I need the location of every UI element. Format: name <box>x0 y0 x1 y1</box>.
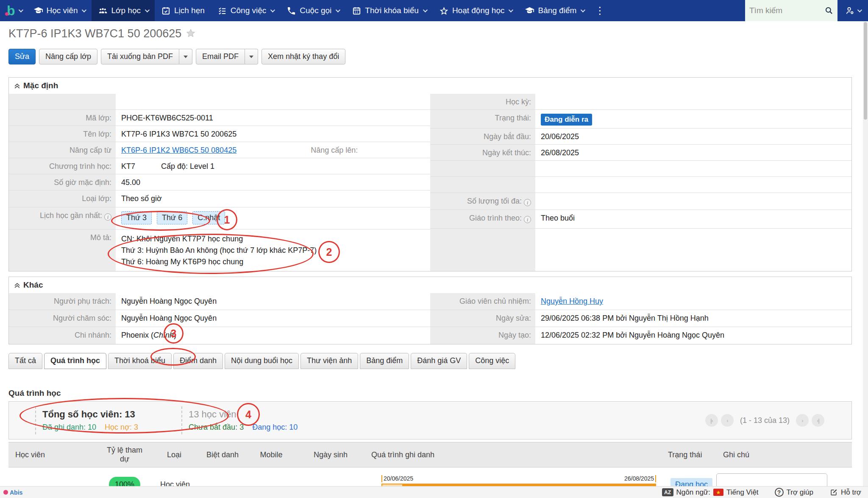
field-row-upgraded-from: Nâng cấp từ KT6P-6 IP1K2 WB6C5 50 080425… <box>9 142 430 158</box>
student-count: 13 học viên <box>189 409 334 420</box>
panel-title: Khác <box>23 280 43 290</box>
field-label: Số lượng tối đa: <box>467 197 522 205</box>
search-input[interactable] <box>749 6 817 15</box>
tab-diem-danh[interactable]: Điểm danh <box>173 353 223 369</box>
caret-down-icon <box>184 56 188 58</box>
chevron-down-icon <box>18 8 23 12</box>
abis-logo-icon <box>3 490 8 495</box>
tab-cong-viec[interactable]: Công việc <box>469 353 515 369</box>
upgrade-class-button[interactable]: Nâng cấp lớp <box>39 49 97 64</box>
last-page-button[interactable]: ›| <box>812 414 824 427</box>
col-loai: Loại <box>149 448 199 462</box>
user-account-menu[interactable] <box>837 0 868 21</box>
schedule-chip[interactable]: C.nhật <box>192 211 225 224</box>
nav-item-cong-viec[interactable]: Công việc <box>211 0 281 21</box>
level-value: Cấp độ: Level 1 <box>161 162 214 171</box>
calendar-icon <box>352 6 362 16</box>
nav-item-label: Cuộc gọi <box>300 6 331 15</box>
chevron-down-icon <box>509 8 513 12</box>
nav-spacer <box>609 0 745 21</box>
download-pdf-caret-button[interactable] <box>179 49 192 64</box>
schedule-chip[interactable]: Thứ 6 <box>157 211 187 224</box>
support-link[interactable]: Hỗ trợ <box>829 488 861 497</box>
tab-noi-dung-buoi-hoc[interactable]: Nội dung buổi học <box>225 353 299 369</box>
col-trang-thai: Trạng thái <box>661 448 716 462</box>
vertical-scrollbar[interactable] <box>863 21 868 486</box>
branch-value: Phoenix ( <box>121 331 153 339</box>
footer-bar: Abis AZ Ngôn ngữ: ★ Tiếng Việt ? Trợ giú… <box>0 486 868 498</box>
tab-danh-gia-gv[interactable]: Đánh giá GV <box>411 353 467 369</box>
brand-menu[interactable]: b <box>0 0 27 21</box>
panel-other: Khác Người phụ trách: Nguyễn Hoàng Ngọc … <box>8 277 852 344</box>
user-gear-icon <box>845 6 855 16</box>
debt-count: Học nợ: 3 <box>105 423 138 432</box>
field-value <box>535 193 851 210</box>
help-link[interactable]: ? Trợ giúp <box>775 488 813 497</box>
field-row-schedule: Lịch học gần nhất:i Thứ 3 Thứ 6 C.nhật <box>9 207 430 229</box>
field-label: Học kỳ: <box>506 98 531 106</box>
vietnam-flag-icon: ★ <box>713 489 723 496</box>
search-icon[interactable] <box>825 6 833 15</box>
email-pdf-button[interactable]: Email PDF <box>196 49 245 64</box>
col-ty-le-tham-du: Tỷ lệ tham dự <box>100 443 149 466</box>
info-icon[interactable]: i <box>524 216 531 223</box>
info-icon[interactable]: i <box>524 199 531 206</box>
nav-item-label: Thời khóa biểu <box>365 6 419 15</box>
global-search <box>745 0 837 21</box>
edit-button[interactable]: Sửa <box>8 49 36 64</box>
nav-item-thoi-khoa-bieu[interactable]: Thời khóa biểu <box>345 0 433 21</box>
field-row-default-hours: Số giờ mặc định: 45.00 <box>9 174 430 190</box>
field-label: Ngày sửa: <box>496 314 531 322</box>
scrollbar-thumb[interactable] <box>864 22 867 120</box>
download-pdf-button[interactable]: Tải xuống bản PDF <box>101 49 179 64</box>
col-hoc-vien: Học viên <box>8 448 100 462</box>
field-label: Ngày tạo: <box>498 331 531 339</box>
nav-item-hoat-dong-hoc[interactable]: Hoạt động học <box>433 0 519 21</box>
progress-end-date: 26/08/2025 <box>624 475 656 482</box>
tab-thu-vien-anh[interactable]: Thư viện ảnh <box>300 353 358 369</box>
field-label: Nâng cấp từ <box>70 146 111 154</box>
upgraded-from-link[interactable]: KT6P-6 IP1K2 WB6C5 50 080425 <box>121 146 236 154</box>
tab-tat-ca[interactable]: Tất cả <box>8 353 42 369</box>
language-label: Ngôn ngữ: <box>676 488 710 497</box>
nav-item-cuoc-goi[interactable]: Cuộc gọi <box>280 0 345 21</box>
field-value: 12/06/2025 02:32 PM bởi Nguyễn Hoàng Ngọ… <box>535 327 851 344</box>
nav-item-label: Học viên <box>47 6 78 15</box>
program-value: KT7 <box>121 162 135 171</box>
field-value: 26/08/2025 <box>535 145 851 160</box>
favorite-star-icon[interactable] <box>186 28 196 40</box>
col-ghi-chu: Ghi chú <box>716 448 852 462</box>
nav-item-lop-hoc[interactable]: Lớp học <box>92 0 155 21</box>
teacher-link[interactable]: Nguyễn Hồng Huy <box>541 297 603 305</box>
more-menu-icon[interactable]: ⋮ <box>590 0 609 21</box>
collapse-icon[interactable] <box>14 83 20 89</box>
pagination: |‹ ‹ (1 - 13 của 13) › ›| <box>705 414 824 427</box>
tab-qua-trinh-hoc[interactable]: Quá trình học <box>44 353 106 369</box>
tab-thoi-khoa-bieu[interactable]: Thời khoá biểu <box>108 353 172 369</box>
tab-bang-diem[interactable]: Bảng điểm <box>360 353 409 369</box>
first-page-button[interactable]: |‹ <box>705 414 718 427</box>
schedule-chip[interactable]: Thứ 3 <box>121 211 152 224</box>
summary-group-total: Tổng số học viên: 13 Đã ghi danh: 10 Học… <box>35 406 181 434</box>
collapse-icon[interactable] <box>14 282 20 288</box>
view-changelog-button[interactable]: Xem nhật ký thay đổi <box>262 49 345 64</box>
info-icon[interactable]: i <box>104 213 111 221</box>
nav-item-lich-hen[interactable]: Lịch hẹn <box>155 0 211 21</box>
field-row-created-date: Ngày tạo: 12/06/2025 02:32 PM bởi Nguyễn… <box>430 327 851 344</box>
field-value <box>535 177 851 193</box>
prev-page-button[interactable]: ‹ <box>721 414 734 427</box>
field-row-program: Chương trình học: KT7 Cấp độ: Level 1 <box>9 158 430 174</box>
next-page-button[interactable]: › <box>796 414 809 427</box>
calendar-check-icon <box>161 6 171 16</box>
field-row-curriculum: Giáo trình theo:i Theo buổi <box>430 210 851 229</box>
student-summary-panel: Tổng số học viên: 13 Đã ghi danh: 10 Học… <box>8 401 852 439</box>
chevron-down-icon <box>270 8 275 12</box>
nav-item-hoc-vien[interactable]: Học viên <box>27 0 92 21</box>
field-label: Lịch học gần nhất: <box>40 211 102 220</box>
nav-item-bang-diem[interactable]: Bảng điểm <box>518 0 590 21</box>
nav-item-label: Công việc <box>231 6 267 15</box>
field-row-end-date: Ngày kết thúc: 26/08/2025 <box>430 145 851 161</box>
language-switcher[interactable]: AZ Ngôn ngữ: ★ Tiếng Việt <box>662 488 759 497</box>
email-pdf-caret-button[interactable] <box>245 49 258 64</box>
branch-suffix: ) <box>174 331 176 339</box>
